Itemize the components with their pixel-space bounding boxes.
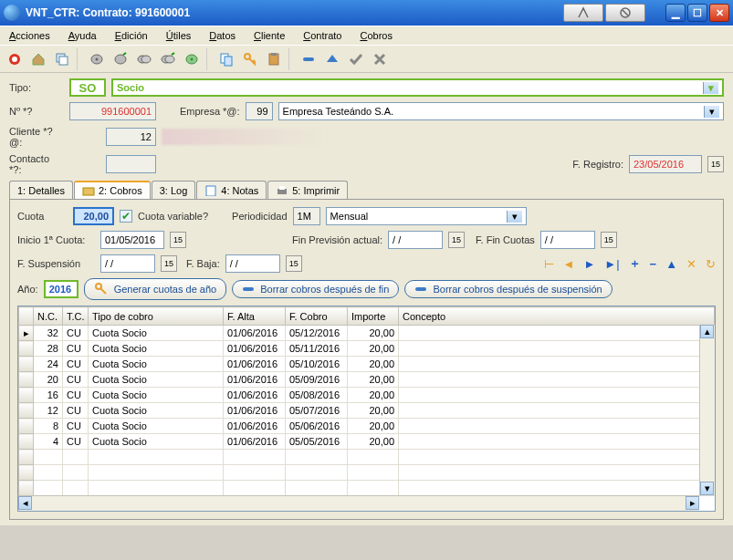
col-header[interactable]: F. Alta — [224, 307, 286, 326]
menu-datos[interactable]: Datos — [204, 28, 241, 43]
borrar-fin-button[interactable]: Borrar cobros después de fin — [232, 280, 399, 298]
nav-remove-icon[interactable]: − — [650, 257, 657, 271]
tb-disk3-icon[interactable] — [133, 48, 155, 70]
empresa-combo[interactable]: Empresa Testeándo S.A. ▾ — [278, 102, 724, 120]
tb-home-icon[interactable] — [27, 48, 49, 70]
tb-paste-icon[interactable] — [263, 48, 285, 70]
tb-key-icon[interactable] — [239, 48, 261, 70]
scroll-right-icon[interactable]: ▸ — [686, 496, 699, 510]
tab-cobros[interactable]: 2: Cobros — [74, 181, 151, 199]
col-header[interactable] — [19, 307, 34, 326]
col-header[interactable]: T.C. — [63, 307, 89, 326]
cobros-grid[interactable]: N.C.T.C.Tipo de cobroF. AltaF. CobroImpo… — [17, 306, 716, 512]
scroll-up-icon[interactable]: ▴ — [700, 325, 714, 338]
title-extra-button-1[interactable] — [563, 4, 603, 22]
susp-field[interactable]: / / — [100, 254, 155, 273]
table-row[interactable]: 20CUCuota Socio01/06/201605/09/201620,00 — [19, 372, 715, 388]
tb-disk2-icon[interactable] — [110, 48, 131, 70]
fincuot-field[interactable]: / / — [540, 231, 595, 249]
menu-cobros[interactable]: Cobros — [354, 28, 397, 43]
tab-imprimir[interactable]: 5: Imprimir — [267, 181, 348, 199]
finprev-field[interactable]: / / — [388, 231, 443, 249]
tb-copy-icon[interactable] — [215, 48, 237, 70]
maximize-button[interactable]: ☐ — [687, 4, 707, 22]
col-header[interactable]: F. Cobro — [286, 307, 348, 326]
col-header[interactable]: N.C. — [34, 307, 63, 326]
menu-contrato[interactable]: Contrato — [298, 28, 347, 43]
baja-field[interactable]: / / — [225, 254, 280, 273]
tb-cancel-icon[interactable] — [369, 48, 391, 70]
tb-up-icon[interactable] — [321, 48, 343, 70]
cliente-field[interactable]: 12 — [106, 128, 156, 146]
table-row[interactable]: ▸32CUCuota Socio01/06/201605/12/201620,0… — [19, 326, 715, 341]
table-row[interactable]: 12CUCuota Socio01/06/201605/07/201620,00 — [19, 403, 715, 419]
table-row[interactable]: 24CUCuota Socio01/06/201605/10/201620,00 — [19, 357, 715, 372]
table-row[interactable]: 8CUCuota Socio01/06/201605/06/201620,00 — [19, 419, 715, 434]
cliente-name-blur — [162, 129, 326, 145]
chevron-down-icon[interactable]: ▾ — [507, 211, 522, 223]
anio-field[interactable]: 2016 — [44, 280, 79, 298]
nav-cancel-icon[interactable]: ✕ — [686, 257, 696, 271]
tb-minus-icon[interactable] — [298, 48, 319, 70]
cuota-input[interactable]: 20,00 — [73, 207, 114, 225]
nav-next-icon[interactable]: ►| — [604, 257, 619, 271]
minus-icon — [242, 285, 255, 294]
calendar-icon[interactable]: 15 — [707, 156, 724, 172]
menu-utiles[interactable]: Útiles — [161, 28, 197, 43]
menu-ayuda[interactable]: Ayuda — [63, 28, 102, 43]
scroll-down-icon[interactable]: ▾ — [700, 482, 714, 495]
tabstrip: 1: Detalles 2: Cobros 3: Log 4: Notas 5:… — [9, 181, 724, 199]
nav-play-icon[interactable]: ► — [583, 257, 595, 271]
title-extra-button-2[interactable] — [605, 4, 645, 22]
tb-power-icon[interactable] — [4, 48, 26, 70]
susp-label: F. Suspensión — [17, 258, 95, 269]
scrollbar-horizontal[interactable]: ◂ ▸ — [18, 495, 699, 511]
tb-disk1-icon[interactable] — [86, 48, 108, 70]
inicio-field[interactable]: 01/05/2016 — [100, 231, 164, 249]
col-header[interactable]: Tipo de cobro — [89, 307, 224, 326]
nav-up-icon[interactable]: ▲ — [665, 257, 677, 271]
tipo-combo[interactable]: Socio ▾ — [111, 78, 724, 97]
calendar-icon[interactable]: 15 — [170, 232, 186, 248]
borrar-susp-button[interactable]: Borrar cobros después de suspensión — [404, 280, 612, 298]
col-header[interactable]: Concepto — [399, 307, 715, 326]
periodicidad-combo[interactable]: Mensual ▾ — [326, 207, 527, 225]
calendar-icon[interactable]: 15 — [601, 232, 617, 248]
menu-cliente[interactable]: Cliente — [248, 28, 290, 43]
calendar-icon[interactable]: 15 — [286, 255, 302, 272]
contacto-field[interactable] — [106, 155, 156, 173]
generar-button[interactable]: Generar cuotas de año — [84, 278, 227, 300]
empresa-code[interactable]: 99 — [246, 102, 273, 120]
close-button[interactable]: ✕ — [709, 4, 729, 22]
tab-detalles[interactable]: 1: Detalles — [9, 181, 73, 199]
chevron-down-icon[interactable]: ▾ — [703, 82, 718, 94]
table-row[interactable]: 16CUCuota Socio01/06/201605/08/201620,00 — [19, 388, 715, 403]
nav-prev-icon[interactable]: ◄ — [563, 257, 575, 271]
numero-field[interactable]: 991600001 — [69, 102, 156, 120]
periodicidad-code[interactable]: 1M — [293, 207, 320, 225]
nav-add-icon[interactable]: ＋ — [629, 255, 641, 272]
nav-refresh-icon[interactable]: ↻ — [706, 257, 716, 271]
cuota-variable-checkbox[interactable]: ✔ — [120, 210, 132, 223]
tab-notas[interactable]: 4: Notas — [196, 181, 267, 199]
scroll-left-icon[interactable]: ◂ — [18, 496, 32, 510]
tb-disk5-icon[interactable] — [181, 48, 203, 70]
tb-disk4-icon[interactable] — [157, 48, 179, 70]
menu-acciones[interactable]: Acciones — [4, 28, 56, 43]
tb-check-icon[interactable] — [345, 48, 367, 70]
toolbar — [0, 46, 733, 73]
tipo-code[interactable]: SO — [69, 78, 106, 97]
minimize-button[interactable]: ▁ — [665, 4, 686, 22]
menu-edicion[interactable]: Edición — [110, 28, 153, 43]
col-header[interactable]: Importe — [348, 307, 399, 326]
tab-log[interactable]: 3: Log — [152, 181, 196, 199]
calendar-icon[interactable]: 15 — [448, 232, 465, 248]
nav-first-icon[interactable]: ⊢ — [544, 257, 554, 271]
table-row[interactable]: 4CUCuota Socio01/06/201605/05/201620,00 — [19, 434, 715, 450]
chevron-down-icon[interactable]: ▾ — [704, 106, 719, 118]
table-row[interactable]: 28CUCuota Socio01/06/201605/11/201620,00 — [19, 341, 715, 357]
registro-field[interactable]: 23/05/2016 — [629, 155, 702, 173]
tb-windows-icon[interactable] — [51, 48, 73, 70]
scrollbar-vertical[interactable]: ▴ ▾ — [699, 325, 715, 495]
calendar-icon[interactable]: 15 — [161, 255, 177, 272]
